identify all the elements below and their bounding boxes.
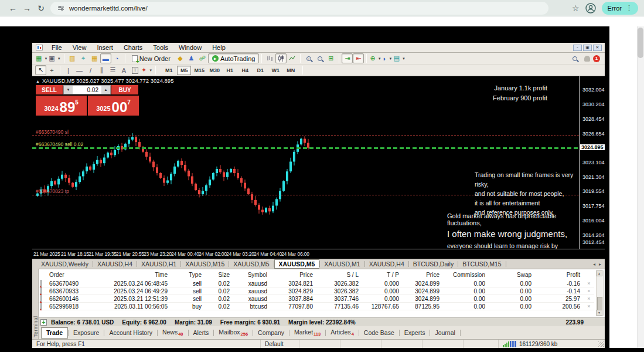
- menu-insert[interactable]: Insert: [91, 43, 118, 52]
- community-globe-icon[interactable]: ☍: [197, 53, 208, 63]
- browser-menu-icon[interactable]: ⋮: [626, 4, 632, 12]
- terminal-tab-alerts[interactable]: Alerts: [189, 329, 214, 336]
- column-header-price[interactable]: Price: [271, 272, 316, 278]
- terminal-tab-news[interactable]: News40: [158, 329, 188, 337]
- bookmark-star-icon[interactable]: ☆: [572, 4, 580, 13]
- timeframe-m5[interactable]: M5: [177, 66, 191, 75]
- terminal-tab-account-history[interactable]: Account History: [104, 329, 157, 336]
- text-label-tool[interactable]: T: [130, 65, 141, 75]
- timeframe-h4[interactable]: H4: [238, 66, 252, 75]
- column-header-price[interactable]: Price: [403, 272, 443, 278]
- terminal-tab-market[interactable]: Market113: [289, 329, 325, 337]
- bar-chart-mode-icon[interactable]: [264, 53, 275, 63]
- arrows-tool[interactable]: ✦▼: [141, 65, 153, 75]
- chart-tab-xauusd-m5[interactable]: XAUUSD,M5: [229, 260, 273, 268]
- horizontal-line-tool[interactable]: —: [74, 65, 85, 75]
- column-header-symbol[interactable]: Symbol: [233, 272, 271, 278]
- column-header-commission[interactable]: Commission: [443, 272, 489, 278]
- buy-button[interactable]: BUY: [111, 85, 138, 94]
- strategy-tester-icon[interactable]: ◔: [111, 53, 122, 63]
- new-chart-button[interactable]: ▦▼: [35, 53, 48, 63]
- vertical-line-tool[interactable]: |: [63, 65, 74, 75]
- menu-help[interactable]: Help: [207, 43, 231, 52]
- candlestick-mode-icon[interactable]: [275, 53, 287, 63]
- chart-plot-area[interactable]: #663670490 sl#663670490 sell 0.02#663670…: [32, 76, 579, 249]
- table-row[interactable]: 6636709332025.03.24 06:49:29sell0.02xauu…: [39, 287, 594, 295]
- trendline-tool[interactable]: /: [85, 65, 96, 75]
- collapse-arrow-icon[interactable]: ▲: [36, 79, 40, 83]
- crosshair-tool[interactable]: +: [46, 65, 57, 75]
- text-tool[interactable]: A: [118, 65, 130, 75]
- column-header-s-l[interactable]: S / L: [316, 272, 362, 278]
- close-position-icon[interactable]: ×: [584, 296, 594, 302]
- chart-shift-toggle[interactable]: ⇤: [353, 53, 364, 63]
- metaeditor-icon[interactable]: ◆: [175, 53, 186, 63]
- column-header-swap[interactable]: Swap: [489, 272, 535, 278]
- terminal-panel-toggle[interactable]: ▬: [100, 53, 111, 63]
- volume-down-button[interactable]: ▼: [64, 86, 73, 94]
- sell-button[interactable]: SELL: [36, 85, 63, 94]
- expert-advisors-icon[interactable]: ♟: [186, 53, 197, 63]
- address-bar[interactable]: wondermarketltd.com/live/: [50, 2, 548, 15]
- tile-windows-icon[interactable]: ⊞: [325, 53, 336, 63]
- reload-icon[interactable]: ↻: [34, 1, 48, 16]
- timeframe-h1[interactable]: H1: [223, 66, 237, 75]
- chart-tab-btcusd-m15[interactable]: BTCUSD,M15: [458, 260, 506, 268]
- buy-price-button[interactable]: 3025 00 7: [88, 96, 139, 116]
- tab-scroll-right-icon[interactable]: ▸: [599, 262, 601, 267]
- terminal-tab-trade[interactable]: Trade: [41, 327, 68, 339]
- price-axis[interactable]: 3032.0043030.2043028.4543026.6543023.104…: [579, 76, 605, 249]
- column-header-type[interactable]: Type: [171, 272, 205, 278]
- browser-scrollbar-thumb[interactable]: [638, 28, 643, 58]
- zoom-out-icon[interactable]: −: [314, 53, 325, 63]
- profiles-button[interactable]: ▣▼: [48, 53, 61, 63]
- timeframe-mn[interactable]: MN: [284, 66, 298, 75]
- status-profile[interactable]: Default: [261, 340, 299, 348]
- terminal-scrollbar[interactable]: ▲ ▼: [596, 270, 604, 316]
- column-header-t-p[interactable]: T / P: [362, 272, 403, 278]
- chart-tab-xauusd-m1[interactable]: XAUUSD,M1: [320, 260, 364, 268]
- new-order-button[interactable]: New Order: [128, 53, 175, 63]
- column-header-order[interactable]: Order: [48, 272, 108, 278]
- chart-tab-xauusd-h4[interactable]: XAUUSD,H4: [93, 260, 137, 268]
- terminal-tab-company[interactable]: Company: [253, 329, 289, 336]
- timeframe-m15[interactable]: M15: [192, 66, 206, 75]
- menu-file[interactable]: File: [46, 43, 67, 52]
- data-window-icon[interactable]: ⌖: [78, 53, 89, 63]
- line-chart-mode-icon[interactable]: [287, 53, 298, 63]
- tab-scroll-left-icon[interactable]: ◂: [593, 262, 595, 267]
- scrollbar-thumb[interactable]: [597, 297, 602, 311]
- zoom-in-icon[interactable]: +: [303, 53, 314, 63]
- back-icon[interactable]: ←: [6, 1, 20, 16]
- close-window-button[interactable]: ✕: [593, 45, 602, 51]
- autotrading-toggle[interactable]: ▶AutoTrading: [208, 53, 260, 63]
- channel-tool[interactable]: ∥: [96, 65, 107, 75]
- chart-tab-xauusd-h1[interactable]: XAUUSD,H1: [137, 260, 180, 268]
- balance-row[interactable]: + Balance: 6 738.01 USDEquity: 6 962.00M…: [32, 317, 605, 326]
- history-center-icon[interactable]: ▦: [89, 53, 100, 63]
- terminal-tab-mailbox[interactable]: Mailbox256: [214, 329, 253, 337]
- column-header-time[interactable]: Time: [108, 272, 171, 278]
- templates-button[interactable]: ▤▼: [393, 53, 406, 63]
- error-extension-pill[interactable]: Error ⋮: [602, 2, 638, 15]
- market-watch-icon[interactable]: ▥: [67, 53, 78, 63]
- chart-tab-xauusd-m5[interactable]: XAUUSD,M5: [274, 259, 320, 269]
- cursor-tool[interactable]: ↖: [35, 65, 46, 75]
- close-position-icon[interactable]: ×: [584, 303, 594, 309]
- volume-up-button[interactable]: ▲: [101, 86, 110, 94]
- browser-scrollbar[interactable]: [637, 26, 644, 348]
- menu-view[interactable]: View: [67, 43, 92, 52]
- timeframe-w1[interactable]: W1: [268, 66, 282, 75]
- search-icon[interactable]: [569, 53, 580, 63]
- timeframe-m30[interactable]: M30: [207, 66, 222, 75]
- periods-button[interactable]: ◗▼: [382, 53, 393, 63]
- auto-scroll-toggle[interactable]: ⇥: [342, 53, 353, 63]
- menu-window[interactable]: Window: [173, 43, 207, 52]
- chart-tab-btcusd-daily[interactable]: BTCUSD,Daily: [409, 260, 458, 268]
- time-axis[interactable]: 21 Mar 202521 Mar 18:1521 Mar 19:3521 Ma…: [32, 249, 605, 258]
- forward-icon[interactable]: →: [20, 1, 34, 16]
- chart-tab-xauusd-h4[interactable]: XAUUSD,H4: [365, 260, 408, 268]
- table-row[interactable]: 6626001462025.03.21 12:51:39sell0.02xauu…: [39, 295, 594, 303]
- column-header-size[interactable]: Size: [205, 272, 233, 278]
- chart-window[interactable]: #663670490 sl#663670490 sell 0.02#663670…: [32, 76, 605, 258]
